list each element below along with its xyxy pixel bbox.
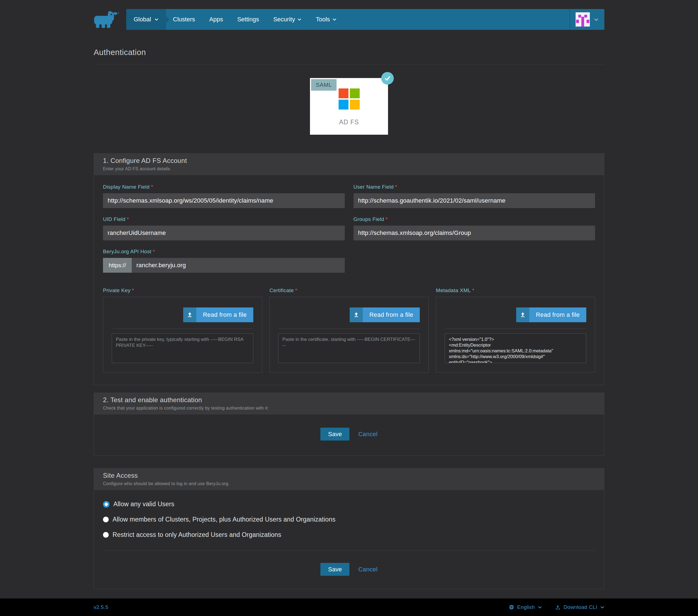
download-cli-label: Download CLI bbox=[563, 604, 597, 610]
upload-icon bbox=[516, 307, 529, 322]
chevron-down-icon bbox=[600, 606, 604, 608]
footer: v2.5.5 English Download CLI bbox=[0, 599, 698, 616]
ms-square-red bbox=[338, 88, 348, 98]
label-text: Metadata XML bbox=[436, 288, 471, 293]
rancher-logo-icon: ® bbox=[94, 11, 121, 28]
radio-option-allow-any[interactable]: Allow any valid Users bbox=[103, 501, 595, 508]
test-enable-section: 2. Test and enable authentication Check … bbox=[94, 393, 604, 456]
label-text: Certificate bbox=[269, 288, 294, 293]
user-name-input[interactable] bbox=[353, 193, 595, 208]
radio-option-allow-members[interactable]: Allow members of Clusters, Projects, plu… bbox=[103, 516, 595, 523]
metadata-xml-textarea[interactable]: <?xml version="1.0"?> <md:EntityDescript… bbox=[445, 334, 586, 363]
top-bar: ® Global Clusters Apps Settings Security bbox=[94, 9, 604, 30]
provider-name: AD FS bbox=[310, 118, 388, 126]
certificate-read-file-button[interactable]: Read from a file bbox=[350, 307, 420, 322]
upload-icon bbox=[183, 307, 196, 322]
site-access-divider bbox=[103, 550, 595, 551]
label-text: Groups Field bbox=[353, 216, 384, 222]
saml-badge: SAML bbox=[311, 79, 337, 90]
site-access-subtitle: Configure who should be allowed to log i… bbox=[103, 481, 595, 486]
ms-square-yellow bbox=[350, 100, 360, 110]
required-marker: * bbox=[386, 216, 388, 222]
nav-item-tools[interactable]: Tools bbox=[309, 9, 344, 30]
private-key-read-file-button[interactable]: Read from a file bbox=[183, 307, 253, 322]
nav-item-security[interactable]: Security bbox=[266, 9, 309, 30]
chevron-down-icon bbox=[297, 18, 302, 21]
label-text: Display Name Field bbox=[103, 184, 150, 190]
section1-body: Display Name Field* User Name Field* UID… bbox=[94, 175, 604, 384]
site-access-section: Site Access Configure who should be allo… bbox=[94, 468, 604, 589]
display-name-label: Display Name Field* bbox=[103, 184, 345, 190]
label-text: BeryJu.org API Host bbox=[103, 249, 151, 254]
required-marker: * bbox=[472, 288, 474, 293]
radio-unselected-icon[interactable] bbox=[103, 517, 109, 522]
groups-label: Groups Field* bbox=[353, 216, 595, 222]
radio-unselected-icon[interactable] bbox=[103, 532, 109, 538]
version-label: v2.5.5 bbox=[94, 604, 109, 610]
label-text: User Name Field bbox=[353, 184, 394, 190]
groups-input[interactable] bbox=[353, 226, 595, 240]
private-key-label: Private Key* bbox=[103, 288, 262, 294]
nav-global-label: Global bbox=[134, 16, 151, 23]
language-selector[interactable]: English bbox=[509, 604, 542, 610]
section2-header: 2. Test and enable authentication Check … bbox=[94, 393, 604, 415]
user-name-label: User Name Field* bbox=[353, 184, 595, 190]
groups-field-group: Groups Field* bbox=[353, 216, 595, 240]
nav-item-settings[interactable]: Settings bbox=[230, 9, 266, 30]
uid-label: UID Field* bbox=[103, 216, 345, 222]
certificate-column: Certificate* Read from a file bbox=[269, 288, 429, 373]
radio-label: Restrict access to only Authorized Users… bbox=[113, 531, 281, 538]
radio-option-restrict[interactable]: Restrict access to only Authorized Users… bbox=[103, 531, 595, 538]
certificate-panel: Read from a file bbox=[269, 297, 429, 373]
display-name-input[interactable] bbox=[103, 193, 345, 208]
certificate-textarea[interactable] bbox=[278, 334, 420, 363]
site-access-save-button[interactable]: Save bbox=[320, 563, 349, 576]
key-panel-divider bbox=[278, 328, 420, 329]
nav-item-apps[interactable]: Apps bbox=[202, 9, 230, 30]
download-cli-menu[interactable]: Download CLI bbox=[555, 604, 604, 610]
page-title: Authentication bbox=[94, 48, 604, 57]
site-access-cancel-link[interactable]: Cancel bbox=[358, 566, 377, 573]
metadata-xml-column: Metadata XML* Read from a file bbox=[436, 288, 595, 373]
provider-card-row: SAML AD FS bbox=[94, 78, 604, 135]
label-text: UID Field bbox=[103, 216, 125, 222]
radio-label: Allow any valid Users bbox=[113, 501, 174, 508]
save-button[interactable]: Save bbox=[320, 428, 349, 440]
key-panel-divider bbox=[112, 328, 253, 329]
ms-square-green bbox=[350, 88, 360, 98]
nav-item-label: Clusters bbox=[173, 16, 195, 23]
section2-title: 2. Test and enable authentication bbox=[103, 396, 595, 404]
metadata-read-file-button[interactable]: Read from a file bbox=[516, 307, 586, 322]
nav-item-label: Settings bbox=[237, 16, 259, 23]
radio-selected-icon[interactable] bbox=[103, 501, 110, 507]
configure-account-section: 1. Configure AD FS Account Enter your AD… bbox=[94, 153, 604, 385]
required-marker: * bbox=[127, 216, 129, 222]
api-host-input[interactable] bbox=[132, 258, 345, 273]
site-access-actions: Save Cancel bbox=[103, 563, 595, 589]
language-label: English bbox=[517, 604, 535, 610]
private-key-textarea[interactable] bbox=[112, 334, 253, 363]
display-name-field-group: Display Name Field* bbox=[103, 184, 345, 208]
required-marker: * bbox=[132, 288, 134, 293]
globe-icon bbox=[509, 604, 514, 610]
download-icon bbox=[555, 604, 560, 610]
read-file-label: Read from a file bbox=[196, 307, 253, 322]
metadata-xml-label: Metadata XML* bbox=[436, 288, 595, 294]
selected-check-badge bbox=[381, 72, 394, 85]
required-marker: * bbox=[151, 184, 153, 190]
read-file-label: Read from a file bbox=[529, 307, 586, 322]
required-marker: * bbox=[153, 249, 155, 254]
radio-label: Allow members of Clusters, Projects, plu… bbox=[113, 516, 335, 523]
https-prefix-addon: https:// bbox=[103, 258, 132, 273]
section1-subtitle: Enter your AD FS account details bbox=[103, 166, 595, 171]
nav-global-dropdown[interactable]: Global bbox=[126, 9, 166, 30]
uid-input[interactable] bbox=[103, 226, 345, 240]
user-menu[interactable] bbox=[570, 9, 604, 30]
cancel-link[interactable]: Cancel bbox=[358, 431, 377, 438]
label-text: Private Key bbox=[103, 288, 130, 293]
nav-item-clusters[interactable]: Clusters bbox=[166, 9, 203, 30]
section1-title: 1. Configure AD FS Account bbox=[103, 157, 595, 165]
private-key-panel: Read from a file bbox=[103, 297, 262, 373]
section2-subtitle: Check that your application is configure… bbox=[103, 406, 595, 411]
adfs-provider-card[interactable]: SAML AD FS bbox=[310, 78, 388, 135]
